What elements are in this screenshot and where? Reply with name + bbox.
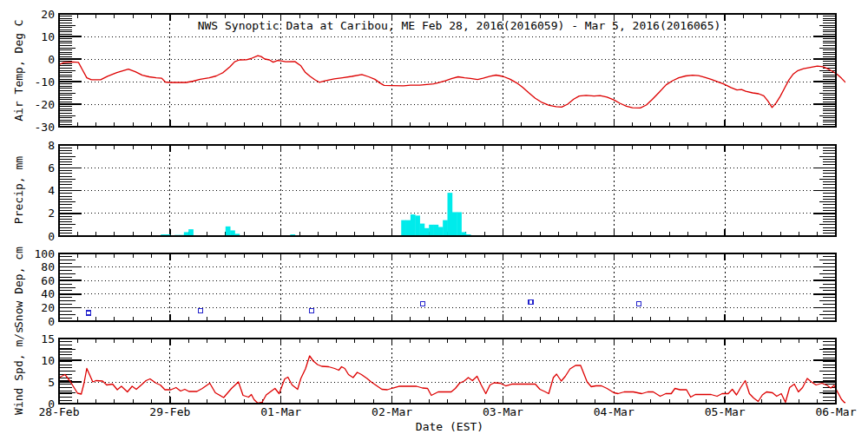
- precip-bar: [166, 234, 171, 235]
- precip-bar: [420, 224, 425, 235]
- chart-title: NWS Synoptic Data at Caribou, ME Feb 28,…: [155, 19, 763, 32]
- y-tick-label: 4: [48, 184, 55, 197]
- x-tick-label: 03-Mar: [483, 405, 523, 418]
- panel-frame: [59, 253, 836, 321]
- y-axis-label-air-temp: Air Temp, Deg C: [12, 1, 26, 140]
- y-tick-label: 20: [41, 8, 55, 21]
- snow-depth-marker: [309, 309, 313, 313]
- x-tick-label: 29-Feb: [149, 405, 190, 418]
- precip-bar: [411, 214, 416, 235]
- y-tick-label: 10: [41, 30, 55, 43]
- y-tick-label: 40: [41, 287, 55, 300]
- precip-bar: [434, 225, 439, 235]
- precip-bar: [188, 229, 194, 235]
- x-tick-label: 04-Mar: [594, 405, 635, 418]
- snow-depth-marker: [199, 309, 203, 313]
- x-tick-label: 05-Mar: [705, 405, 746, 418]
- y-tick-label: 0: [48, 230, 55, 243]
- y-tick-label: -10: [35, 76, 55, 89]
- precip-bar: [424, 228, 430, 235]
- y-tick-label: 100: [35, 247, 55, 260]
- y-tick-label: 5: [48, 376, 55, 389]
- x-tick-label: 02-Mar: [372, 405, 412, 418]
- synoptic-chart: 20100-10-20-308642010080604020015105028-…: [0, 0, 868, 434]
- y-tick-label: -30: [35, 121, 55, 134]
- y-tick-label: 6: [48, 161, 55, 174]
- snow-depth-marker: [420, 301, 424, 306]
- precip-bar: [466, 234, 471, 235]
- wind-speed-line: [59, 356, 846, 404]
- precip-bar: [234, 233, 240, 235]
- y-tick-label: 15: [41, 332, 55, 345]
- x-axis-label: Date (EST): [319, 420, 580, 433]
- y-axis-label-wind-speed: Wind Spd, m/s: [12, 301, 26, 434]
- precip-bar: [401, 220, 406, 235]
- y-tick-label: -20: [35, 98, 55, 111]
- synoptic-chart-page: 20100-10-20-308642010080604020015105028-…: [0, 0, 868, 434]
- y-tick-label: 80: [41, 260, 55, 273]
- snow-depth-marker: [529, 300, 533, 305]
- y-tick-label: 20: [41, 301, 55, 314]
- precip-bar: [438, 227, 444, 236]
- y-tick-label: 0: [48, 315, 55, 328]
- x-tick-label: 01-Mar: [260, 405, 301, 418]
- y-tick-label: 8: [48, 139, 55, 152]
- y-tick-label: 0: [48, 53, 55, 66]
- x-tick-label: 06-Mar: [816, 405, 857, 418]
- air-temperature-line: [59, 56, 848, 108]
- panel-frame: [59, 339, 836, 404]
- precip-bar: [290, 234, 295, 235]
- snow-depth-marker: [637, 301, 641, 306]
- snow-depth-marker: [87, 311, 91, 315]
- precip-bar: [230, 230, 235, 235]
- precip-bar: [461, 232, 466, 235]
- precip-bar: [406, 220, 411, 235]
- y-tick-label: 60: [41, 274, 55, 287]
- precip-bar: [161, 234, 166, 235]
- precip-bar: [443, 220, 448, 235]
- precip-bar: [457, 212, 462, 235]
- precip-bar: [184, 232, 189, 235]
- precip-bar: [448, 193, 453, 235]
- y-tick-label: 2: [48, 207, 55, 220]
- y-tick-label: 10: [41, 354, 55, 367]
- x-tick-label: 28-Feb: [39, 405, 80, 418]
- precip-bar: [452, 212, 457, 235]
- precip-bar: [226, 227, 231, 235]
- precip-bar: [429, 225, 434, 235]
- precip-bar: [415, 215, 420, 235]
